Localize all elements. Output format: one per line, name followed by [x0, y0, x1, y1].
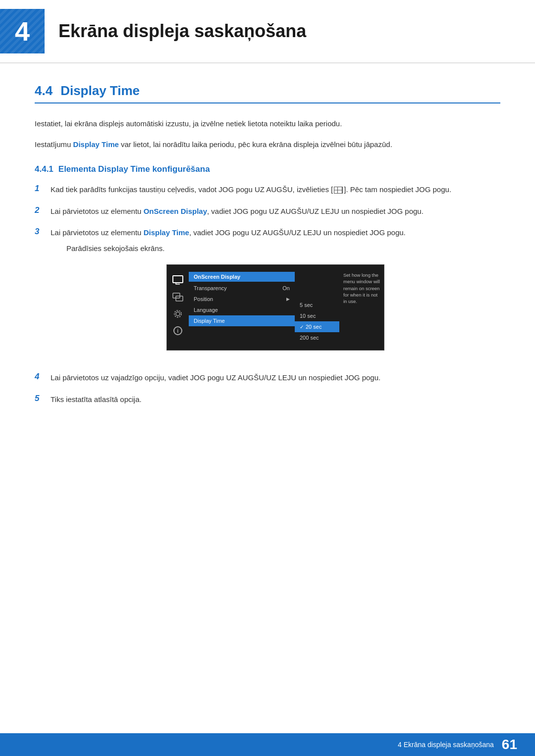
transfer-icon: [172, 292, 184, 302]
step-content-2: Lai pārvietotos uz elementu OnScreen Dis…: [51, 205, 500, 218]
osd-menu-position: Position ▶: [189, 294, 295, 304]
subsection-title: Elementa Display Time konfigurēšana: [58, 164, 210, 174]
step-5: 5 Tiks iestatīta atlasītā opcija.: [35, 393, 500, 406]
osd-icons-col: i: [167, 270, 189, 345]
osd-label-position: Position: [194, 296, 213, 302]
step-content-5: Tiks iestatīta atlasītā opcija.: [51, 393, 500, 406]
step-content-3: Lai pārvietotos uz elementu Display Time…: [51, 228, 406, 237]
osd-sub-5sec: 5 sec: [295, 300, 339, 310]
svg-point-3: [176, 312, 180, 316]
osd-sub-200sec: 200 sec: [295, 332, 339, 343]
osd-label-language: Language: [194, 307, 218, 313]
page-header: 4 Ekrāna displeja saskaņošana: [0, 0, 535, 63]
main-content: 4.4 Display Time Iestatiet, lai ekrāna d…: [0, 63, 535, 454]
step-number-5: 5: [35, 393, 51, 403]
step-3-note: Parādīsies sekojošais ekrāns.: [51, 242, 500, 255]
footer-section-label: 4 Ekrāna displeja saskaņošana: [398, 741, 494, 749]
info-icon: i: [173, 326, 182, 335]
step-number-2: 2: [35, 205, 51, 215]
chapter-number-block: 4: [0, 9, 45, 53]
steps-list: 1 Kad tiek parādīts funkcijas taustiņu c…: [35, 183, 500, 405]
osd-value-transparency: On: [282, 285, 290, 291]
osd-help-panel: Set how long the menu window will remain…: [339, 270, 384, 345]
svg-rect-1: [173, 293, 180, 298]
osd-sub-20sec: ✓ 20 sec: [295, 321, 339, 332]
svg-point-4: [174, 310, 181, 317]
osd-sub-panel: 5 sec 10 sec ✓ 20 sec 200 sec: [295, 298, 339, 345]
osd-label-display-time: Display Time: [194, 318, 225, 324]
osd-menu-transparency: Transparency On: [189, 283, 295, 294]
osd-screenshot: i OnScreen Display Transparency On Pos: [166, 264, 384, 351]
osd-sub-20sec-label: 20 sec: [306, 324, 321, 330]
section-heading: 4.4 Display Time: [35, 83, 500, 103]
footer-page-number: 61: [502, 737, 517, 753]
monitor-icon: [172, 275, 183, 285]
subsection-number: 4.4.1: [35, 164, 54, 174]
step-content-4: Lai pārvietotos uz vajadzīgo opciju, vad…: [51, 371, 500, 384]
step-number-3: 3: [35, 226, 51, 237]
step-4: 4 Lai pārvietotos uz vajadzīgo opciju, v…: [35, 371, 500, 384]
svg-rect-0: [173, 276, 183, 283]
svg-rect-2: [176, 296, 183, 301]
step-number-4: 4: [35, 371, 51, 382]
osd-arrow-position: ▶: [286, 297, 290, 302]
section-number: 4.4: [35, 83, 53, 99]
onscreen-display-highlight: OnScreen Display: [144, 207, 207, 215]
info-icon-item: i: [170, 323, 185, 338]
osd-diagram: i OnScreen Display Transparency On Pos: [166, 264, 384, 351]
intro-text-1: Iestatiet, lai ekrāna displejs automātis…: [35, 117, 500, 130]
osd-menu-language: Language: [189, 304, 295, 315]
step-3: 3 Lai pārvietotos uz elementu Display Ti…: [35, 226, 500, 362]
grid-icon: [334, 187, 343, 194]
check-icon: ✓: [300, 324, 304, 330]
subsection-heading: 4.4.1 Elementa Display Time konfigurēšan…: [35, 164, 500, 174]
monitor-icon-item: [170, 273, 185, 288]
osd-menu-title: OnScreen Display: [189, 272, 295, 282]
intro-text-2: Iestatījumu Display Time var lietot, lai…: [35, 138, 500, 151]
step-number-1: 1: [35, 183, 51, 194]
chapter-number: 4: [15, 16, 30, 47]
step-content-1: Kad tiek parādīts funkcijas taustiņu ceļ…: [51, 183, 500, 196]
page-footer: 4 Ekrāna displeja saskaņošana 61: [0, 733, 535, 756]
step-2: 2 Lai pārvietotos uz elementu OnScreen D…: [35, 205, 500, 218]
gear-icon-item: [170, 306, 185, 321]
gear-icon: [173, 309, 183, 319]
step-1: 1 Kad tiek parādīts funkcijas taustiņu c…: [35, 183, 500, 196]
osd-menu-display-time: Display Time: [189, 315, 295, 326]
section-title: Display Time: [60, 83, 140, 99]
osd-label-transparency: Transparency: [194, 285, 227, 291]
transfer-icon-item: [170, 290, 185, 304]
display-time-highlight: Display Time: [73, 140, 119, 149]
chapter-title: Ekrāna displeja saskaņošana: [58, 21, 306, 42]
osd-main-panel: OnScreen Display Transparency On Positio…: [189, 270, 295, 345]
display-time-highlight-2: Display Time: [144, 228, 189, 237]
osd-sub-10sec: 10 sec: [295, 310, 339, 321]
osd-help-text: Set how long the menu window will remain…: [343, 272, 380, 304]
